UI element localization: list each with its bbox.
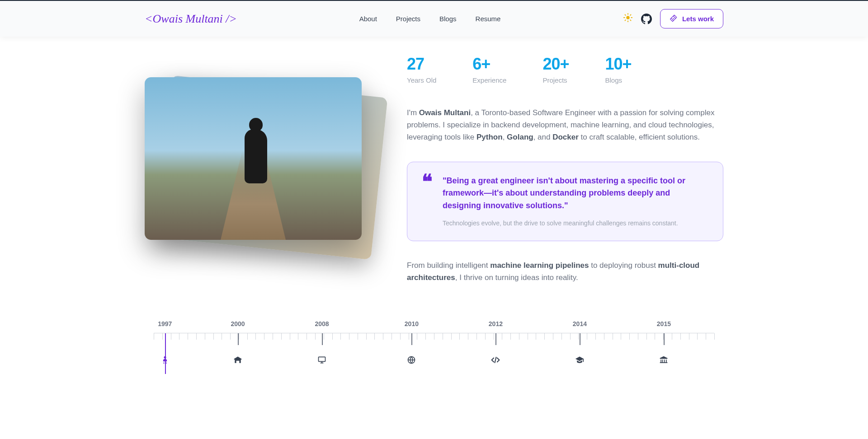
stat-value: 6+ bbox=[472, 55, 506, 74]
stat-label: Experience bbox=[472, 76, 506, 84]
github-icon[interactable] bbox=[641, 14, 652, 24]
svg-point-0 bbox=[626, 16, 629, 19]
timeline-year: 2012 bbox=[489, 320, 503, 327]
svg-point-11 bbox=[163, 362, 165, 364]
bio-paragraph: I'm Owais Multani, a Toronto-based Softw… bbox=[407, 107, 723, 144]
baby-icon[interactable] bbox=[160, 355, 170, 367]
globe-icon[interactable] bbox=[407, 355, 416, 367]
stats-row: 27 Years Old 6+ Experience 20+ Projects … bbox=[407, 55, 723, 84]
stat-value: 27 bbox=[407, 55, 436, 74]
lets-work-label: Lets work bbox=[682, 15, 714, 23]
svg-line-18 bbox=[495, 357, 496, 363]
main-content: 27 Years Old 6+ Experience 20+ Projects … bbox=[136, 37, 732, 401]
school-icon[interactable] bbox=[233, 355, 242, 367]
timeline: 1997200020082010201220142015 bbox=[145, 320, 723, 374]
theme-toggle-icon[interactable] bbox=[623, 13, 633, 25]
stat-projects: 20+ Projects bbox=[542, 55, 569, 84]
svg-point-10 bbox=[164, 356, 166, 358]
site-header: <Owais Multani /> About Projects Blogs R… bbox=[0, 0, 868, 37]
quote-icon: ❝ bbox=[422, 175, 433, 229]
stat-blogs: 10+ Blogs bbox=[605, 55, 631, 84]
quote-box: ❝ "Being a great engineer isn't about ma… bbox=[407, 162, 723, 242]
timeline-year: 2014 bbox=[573, 320, 587, 327]
quote-text: "Being a great engineer isn't about mast… bbox=[443, 175, 708, 213]
stat-value: 10+ bbox=[605, 55, 631, 74]
svg-point-12 bbox=[165, 362, 167, 364]
svg-rect-13 bbox=[319, 357, 326, 361]
stat-label: Blogs bbox=[605, 76, 631, 84]
svg-point-9 bbox=[673, 18, 674, 19]
timeline-year: 2010 bbox=[405, 320, 419, 327]
code-icon[interactable] bbox=[491, 355, 500, 367]
timeline-year: 2000 bbox=[231, 320, 245, 327]
stat-age: 27 Years Old bbox=[407, 55, 436, 84]
monitor-icon[interactable] bbox=[317, 355, 326, 367]
nav-about[interactable]: About bbox=[359, 15, 377, 23]
svg-line-7 bbox=[625, 20, 625, 20]
svg-line-4 bbox=[630, 20, 631, 20]
site-logo[interactable]: <Owais Multani /> bbox=[145, 12, 237, 26]
hero-photo bbox=[145, 50, 371, 240]
bank-icon[interactable] bbox=[659, 355, 668, 367]
timeline-year: 1997 bbox=[158, 320, 172, 327]
stat-experience: 6+ Experience bbox=[472, 55, 506, 84]
stat-label: Years Old bbox=[407, 76, 436, 84]
nav-blogs[interactable]: Blogs bbox=[439, 15, 457, 23]
timeline-year: 2008 bbox=[315, 320, 329, 327]
handshake-icon bbox=[670, 14, 678, 23]
stat-value: 20+ bbox=[542, 55, 569, 74]
grad-icon[interactable] bbox=[575, 355, 584, 367]
main-nav: About Projects Blogs Resume bbox=[359, 15, 501, 23]
nav-projects[interactable]: Projects bbox=[396, 15, 420, 23]
timeline-year: 2015 bbox=[657, 320, 671, 327]
bio-paragraph-2: From building intelligent machine learni… bbox=[407, 259, 723, 284]
lets-work-button[interactable]: Lets work bbox=[660, 9, 723, 28]
nav-resume[interactable]: Resume bbox=[476, 15, 501, 23]
quote-subtext: Technologies evolve, but the drive to so… bbox=[443, 219, 708, 228]
stat-label: Projects bbox=[542, 76, 569, 84]
svg-line-8 bbox=[630, 15, 631, 15]
svg-line-3 bbox=[625, 15, 625, 15]
